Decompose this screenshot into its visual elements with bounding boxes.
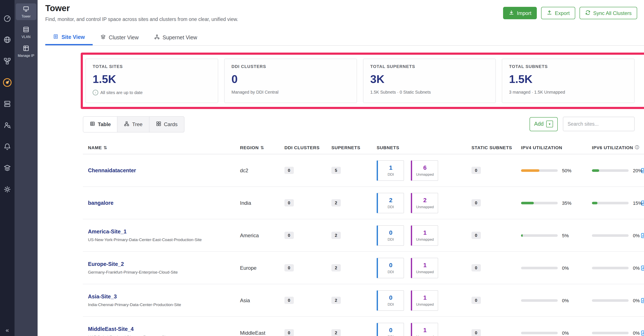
view-label: Cards bbox=[164, 121, 178, 127]
subnets-cell: 0 DDI 1 Unmapped bbox=[373, 225, 468, 246]
tab-site-view[interactable]: Site View bbox=[45, 30, 92, 45]
supernets-badge: 2 bbox=[332, 232, 340, 239]
audit-search-icon[interactable] bbox=[0, 115, 14, 136]
ddi-subnet-count: 0 bbox=[389, 229, 392, 236]
sidebar-item-manage-ip[interactable]: Manage IP bbox=[16, 45, 36, 58]
ipv4-utilization-bar bbox=[521, 266, 558, 269]
static-subnets-badge: 0 bbox=[472, 232, 481, 239]
dns-globe-icon[interactable] bbox=[0, 29, 14, 51]
site-name-link[interactable]: America-Site_1 bbox=[88, 229, 126, 235]
supernets-cell: 5 bbox=[328, 167, 373, 174]
sidebar-item-vlan[interactable]: VLAN bbox=[16, 26, 36, 39]
stat-sub-text: 1.5K Subnets · 0 Static Subnets bbox=[370, 90, 431, 95]
notifications-bell-icon[interactable] bbox=[0, 136, 14, 157]
view-cards-button[interactable]: Cards bbox=[149, 117, 184, 132]
workflow-icon[interactable] bbox=[0, 51, 14, 72]
export-icon bbox=[547, 10, 552, 17]
sort-icon[interactable]: ⇅ bbox=[260, 145, 264, 150]
site-description: US-New-York-Primary-Data-Center-East-Coa… bbox=[88, 237, 202, 242]
region-cell: Europe bbox=[236, 265, 281, 271]
settings-gear-icon[interactable] bbox=[0, 179, 14, 200]
sync-all-clusters-button[interactable]: Sync All Clusters bbox=[580, 7, 637, 19]
edit-button[interactable] bbox=[640, 167, 644, 174]
ddi-clusters-badge: 0 bbox=[284, 167, 294, 174]
view-label: Table bbox=[98, 121, 111, 127]
toolbar-right: Add ▾ bbox=[530, 117, 635, 131]
tab-supernet-view[interactable]: Supernet View bbox=[146, 30, 205, 45]
ipv4-utilization-bar bbox=[521, 331, 558, 334]
site-name-link[interactable]: Asia-Site_3 bbox=[88, 294, 117, 300]
subnet-unmapped-box: 2 Unmapped bbox=[411, 193, 438, 213]
column-header-static-subnets: STATIC SUBNETS bbox=[468, 145, 518, 150]
subnet-unmapped-box: 1 Unmapped bbox=[411, 322, 438, 336]
subnet-ddi-box: 1 DDI bbox=[377, 160, 404, 181]
edit-button[interactable] bbox=[640, 329, 644, 336]
ipv6-utilization-bar bbox=[592, 299, 629, 301]
subnet-unmapped-box: 1 Unmapped bbox=[411, 257, 438, 278]
dashboard-icon[interactable] bbox=[0, 8, 14, 29]
export-label: Export bbox=[555, 10, 570, 16]
add-label: Add bbox=[534, 121, 544, 127]
region-cell: MiddleEast bbox=[236, 330, 281, 336]
stat-label: DDI CLUSTERS bbox=[232, 64, 350, 69]
ipv6-utilization-bar bbox=[592, 234, 629, 237]
site-name-link[interactable]: Europe-Site_2 bbox=[88, 261, 124, 267]
edit-button[interactable] bbox=[640, 200, 644, 206]
ipam-active-icon[interactable] bbox=[0, 72, 14, 93]
ipv6-utilization-value: 0% bbox=[633, 265, 640, 270]
ddi-subnet-count: 0 bbox=[389, 326, 392, 333]
stat-card-ddi-clusters: DDI CLUSTERS 0 Managed by DDI Central bbox=[224, 59, 357, 103]
info-icon[interactable]: ⓘ bbox=[635, 145, 639, 150]
services-stack-icon[interactable] bbox=[0, 157, 14, 179]
name-cell: Asia-Site_3 India-Chennai-Primary-Data-C… bbox=[83, 294, 236, 307]
site-name-link[interactable]: MiddleEast-Site_4 bbox=[88, 326, 134, 332]
search-input[interactable] bbox=[563, 117, 634, 131]
ipv6-utilization-bar bbox=[592, 331, 629, 334]
add-button[interactable]: Add ▾ bbox=[530, 117, 558, 131]
edit-button[interactable] bbox=[640, 265, 644, 271]
ddi-clusters-badge: 0 bbox=[284, 232, 294, 239]
ipv4-utilization-cell: 0% bbox=[518, 330, 588, 335]
region-cell: America bbox=[236, 232, 281, 238]
secondary-nav-rail: Tower VLAN Manage IP bbox=[14, 0, 38, 336]
primary-nav-rail: « bbox=[0, 0, 14, 336]
collapse-sidebar-icon[interactable]: « bbox=[0, 326, 14, 333]
sidebar-item-tower[interactable]: Tower bbox=[16, 4, 36, 20]
supernets-badge: 2 bbox=[332, 297, 340, 304]
export-button[interactable]: Export bbox=[541, 7, 575, 19]
subnets-cell: 2 DDI 2 Unmapped bbox=[373, 193, 468, 213]
column-header-subnets: SUBNETS bbox=[373, 145, 468, 150]
subnet-ddi-box: 0 DDI bbox=[377, 290, 404, 310]
view-tree-button[interactable]: Tree bbox=[118, 117, 149, 132]
site-name-link[interactable]: bangalore bbox=[88, 200, 114, 206]
server-icon[interactable] bbox=[0, 93, 14, 115]
view-table-button[interactable]: Table bbox=[83, 117, 118, 132]
subnet-ddi-box: 0 DDI bbox=[377, 322, 404, 336]
name-cell: America-Site_1 US-New-York-Primary-Data-… bbox=[83, 229, 236, 242]
sort-icon[interactable]: ⇅ bbox=[104, 145, 108, 150]
manage-ip-icon bbox=[23, 45, 30, 53]
edit-button[interactable] bbox=[640, 232, 644, 238]
unmapped-subnet-count: 1 bbox=[423, 229, 427, 236]
ipv4-utilization-value: 50% bbox=[562, 168, 572, 173]
site-name-link[interactable]: Chennaidatacenter bbox=[88, 167, 136, 173]
subnets-cell: 0 DDI 1 Unmapped bbox=[373, 322, 468, 336]
static-subnets-badge: 0 bbox=[472, 329, 481, 336]
stat-sub: 1.5K Subnets · 0 Static Subnets bbox=[370, 90, 488, 95]
subnet-ddi-box: 0 DDI bbox=[377, 257, 404, 278]
ipv6-bar-fill bbox=[592, 202, 598, 204]
unmapped-subnet-label: Unmapped bbox=[416, 270, 434, 274]
edit-button[interactable] bbox=[640, 297, 644, 303]
ipv6-utilization-value: 0% bbox=[633, 330, 640, 335]
subnets-cell: 0 DDI 1 Unmapped bbox=[373, 290, 468, 310]
import-label: Import bbox=[517, 10, 532, 16]
region-cell: dc2 bbox=[236, 167, 281, 173]
view-switcher: Table Tree Cards bbox=[83, 116, 184, 133]
ipv6-utilization-cell: 0% bbox=[588, 233, 644, 238]
import-button[interactable]: Import bbox=[503, 7, 537, 19]
subnets-cell: 1 DDI 6 Unmapped bbox=[373, 160, 468, 181]
unmapped-subnet-label: Unmapped bbox=[416, 302, 434, 306]
column-header-region[interactable]: REGION ⇅ bbox=[236, 145, 281, 150]
column-header-name[interactable]: NAME ⇅ bbox=[83, 145, 236, 150]
tab-cluster-view[interactable]: Cluster View bbox=[92, 30, 146, 45]
